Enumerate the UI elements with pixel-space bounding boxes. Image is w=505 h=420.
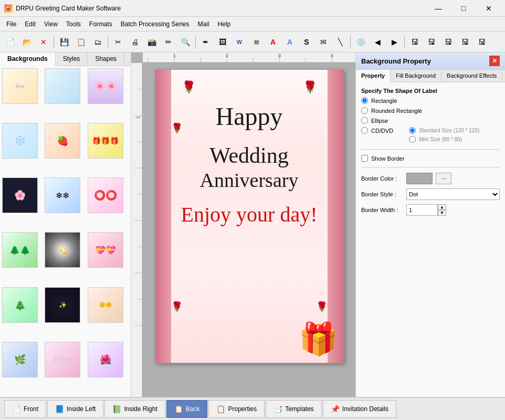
text-wedding: Wedding — [155, 142, 343, 169]
tab-properties[interactable]: 📋 Properties — [208, 400, 265, 418]
shape-cddvd[interactable]: CD/DVD — [361, 127, 393, 134]
toolbar-design[interactable]: ✏ — [161, 34, 176, 50]
toolbar-open[interactable]: 📂 — [19, 34, 35, 50]
toolbar-icon2[interactable]: 🖫 — [424, 34, 439, 50]
bg-thumb-5[interactable]: 🍓 — [45, 123, 80, 159]
right-panel-close[interactable]: ✕ — [489, 56, 500, 66]
bg-thumb-11[interactable]: 💫 — [45, 232, 80, 268]
border-color-picker-btn[interactable]: ··· — [436, 173, 451, 184]
toolbar-folder[interactable]: 🗂 — [90, 34, 106, 50]
invitation-icon: 📌 — [331, 405, 340, 413]
border-style-select[interactable]: None Solid Dash Dot DashDot DashDotDot — [406, 188, 500, 200]
toolbar-new[interactable]: 📄 — [2, 34, 18, 50]
bg-thumb-1[interactable]: 𝒍𝒐𝒗𝒆 — [2, 68, 38, 104]
tab-styles[interactable]: Styles — [56, 52, 88, 66]
toolbar-next[interactable]: ▶ — [386, 34, 402, 50]
toolbar-text-a2[interactable]: A — [282, 34, 298, 50]
bg-thumb-14[interactable]: ✨ — [45, 287, 80, 323]
maximize-button[interactable]: □ — [451, 1, 476, 16]
bg-thumb-15[interactable]: 🌼🌼 — [88, 287, 123, 323]
radio-mini[interactable] — [409, 136, 416, 143]
radio-cddvd[interactable] — [361, 127, 368, 134]
toolbar-line[interactable]: ╲ — [332, 34, 348, 50]
toolbar-image[interactable]: 🖼 — [215, 34, 230, 50]
toolbar-pen[interactable]: ✒ — [198, 34, 214, 50]
prop-tab-effects[interactable]: Background Effects — [441, 70, 502, 82]
shape-rounded[interactable]: Rounded Rectangle — [361, 107, 500, 114]
show-border-label[interactable]: Show Border — [371, 155, 405, 162]
menu-batch[interactable]: Batch Processing Series — [117, 18, 194, 30]
prop-tab-property[interactable]: Property — [356, 70, 391, 82]
menu-help[interactable]: Help — [214, 18, 235, 30]
tab-inside-right[interactable]: 📗 Inside Right — [104, 400, 165, 418]
toolbar-email[interactable]: ✉ — [315, 34, 331, 50]
bg-thumb-2[interactable] — [45, 68, 80, 104]
tab-templates[interactable]: 📑 Templates — [266, 400, 322, 418]
toolbar-prev[interactable]: ◀ — [370, 34, 385, 50]
tab-back[interactable]: 📋 Back — [166, 400, 208, 418]
bg-thumb-6[interactable]: 🎁🎁🎁 — [88, 123, 123, 159]
tab-inside-left[interactable]: 📘 Inside Left — [47, 400, 103, 418]
show-border-checkbox[interactable] — [361, 155, 368, 162]
bg-thumb-16[interactable]: 🌿 — [2, 342, 38, 377]
bg-thumb-4[interactable]: ❄️ — [2, 123, 38, 159]
cd-mini[interactable]: Mini Size (80 * 80) — [409, 136, 479, 143]
cd-standard[interactable]: Standard Size (120 * 120) — [409, 127, 479, 134]
bg-thumb-8[interactable]: ❄❄ — [45, 177, 80, 213]
bg-thumb-10[interactable]: 🌲🌲 — [2, 232, 38, 268]
menu-tools[interactable]: Tools — [62, 18, 85, 30]
menu-file[interactable]: File — [2, 18, 20, 30]
bg-thumb-9[interactable]: ⭕⭕ — [88, 177, 123, 213]
ruler-horizontal: 1 2 3 4 5 6 — [143, 52, 355, 63]
bg-thumb-18[interactable]: 🌺 — [88, 342, 123, 377]
greeting-card[interactable]: 🌹 🌹 🌹 🌹 🌹 Happy Wedding Anniversary Enjo… — [155, 69, 344, 363]
toolbar-icon4[interactable]: 🖫 — [457, 34, 473, 50]
bg-thumb-17[interactable]: Enjoy — [45, 342, 80, 377]
toolbar-photo[interactable]: 📸 — [144, 34, 160, 50]
spin-down[interactable]: ▼ — [438, 210, 446, 216]
toolbar-text-a[interactable]: A — [265, 34, 281, 50]
tab-shapes[interactable]: Shapes — [88, 52, 124, 66]
menu-formats[interactable]: Formats — [85, 18, 117, 30]
shape-label: Specify The Shape Of Label — [361, 88, 500, 94]
shape-rectangle[interactable]: Rectangle — [361, 97, 500, 104]
border-width-input[interactable] — [406, 204, 438, 216]
menu-edit[interactable]: Edit — [20, 18, 40, 30]
menu-mail[interactable]: Mail — [194, 18, 214, 30]
bg-thumb-3[interactable]: 🌸🌸 — [88, 68, 123, 104]
toolbar-save[interactable]: 💾 — [56, 34, 72, 50]
bg-thumb-7[interactable]: 🌸 — [2, 177, 38, 213]
bg-thumb-13[interactable]: 🎄 — [2, 287, 38, 323]
toolbar-icon1[interactable]: 🖫 — [407, 34, 423, 50]
cddvd-row: CD/DVD Standard Size (120 * 120) Mini Si… — [361, 127, 500, 143]
toolbar-search[interactable]: 🔍 — [177, 34, 193, 50]
tab-invitation[interactable]: 📌 Invitation Details — [323, 400, 396, 418]
radio-ellipse[interactable] — [361, 117, 368, 124]
toolbar-icon3[interactable]: 🖫 — [440, 34, 456, 50]
radio-rectangle[interactable] — [361, 97, 368, 104]
toolbar-barcode[interactable]: ▤ — [248, 34, 264, 50]
bg-thumb-12[interactable]: 💝💝 — [88, 232, 123, 268]
tab-front[interactable]: 📄 Front — [4, 400, 46, 418]
toolbar-db[interactable]: 💿 — [353, 34, 369, 50]
prop-tab-fill[interactable]: Fill Background — [391, 70, 441, 82]
toolbar-word[interactable]: W — [232, 34, 247, 50]
toolbar-copy[interactable]: 📋 — [73, 34, 89, 50]
shape-ellipse[interactable]: Ellipse — [361, 117, 500, 124]
toolbar-close[interactable]: ✕ — [36, 34, 51, 50]
toolbar-icon5[interactable]: 🖫 — [474, 34, 490, 50]
radio-rounded[interactable] — [361, 107, 368, 114]
tab-backgrounds[interactable]: Backgrounds — [0, 52, 56, 66]
spin-up[interactable]: ▲ — [438, 204, 446, 210]
ruler-v-svg: 1 — [131, 63, 143, 397]
app-title: DRPU Greeting Card Maker Software — [16, 5, 121, 12]
menu-view[interactable]: View — [40, 18, 62, 30]
toolbar-script[interactable]: S — [299, 34, 314, 50]
toolbar-print[interactable]: 🖨 — [127, 34, 143, 50]
border-color-swatch[interactable] — [406, 173, 433, 184]
toolbar-cut[interactable]: ✂ — [110, 34, 126, 50]
minimize-button[interactable]: — — [426, 1, 450, 16]
radio-standard[interactable] — [409, 127, 416, 134]
right-panel: Background Property ✕ Property Fill Back… — [355, 52, 505, 397]
close-button[interactable]: ✕ — [477, 1, 501, 16]
